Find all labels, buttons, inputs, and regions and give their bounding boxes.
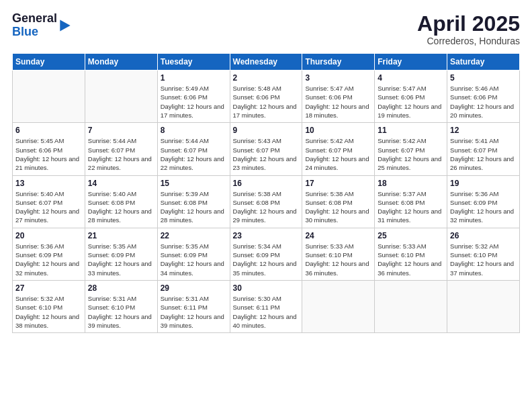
calendar-week-row: 27Sunrise: 5:32 AMSunset: 6:10 PMDayligh…: [13, 280, 520, 332]
day-info: Sunrise: 5:36 AMSunset: 6:09 PMDaylight:…: [450, 189, 517, 225]
day-info: Sunrise: 5:43 AMSunset: 6:07 PMDaylight:…: [233, 136, 300, 172]
calendar-day-cell: 11Sunrise: 5:42 AMSunset: 6:07 PMDayligh…: [375, 123, 447, 175]
weekday-header: Sunday: [13, 54, 85, 71]
weekday-header: Tuesday: [157, 54, 230, 71]
day-number: 22: [161, 231, 227, 240]
day-number: 16: [233, 179, 300, 188]
day-info: Sunrise: 5:38 AMSunset: 6:08 PMDaylight:…: [233, 189, 300, 225]
logo-general-text: General: [12, 12, 57, 26]
day-number: 15: [161, 179, 227, 188]
calendar-day-cell: 24Sunrise: 5:33 AMSunset: 6:10 PMDayligh…: [302, 228, 375, 280]
calendar-day-cell: 5Sunrise: 5:46 AMSunset: 6:06 PMDaylight…: [447, 71, 520, 123]
day-info: Sunrise: 5:32 AMSunset: 6:10 PMDaylight:…: [15, 294, 82, 330]
calendar-day-cell: 9Sunrise: 5:43 AMSunset: 6:07 PMDaylight…: [230, 123, 302, 175]
logo-blue-text: Blue: [12, 26, 57, 39]
day-info: Sunrise: 5:47 AMSunset: 6:06 PMDaylight:…: [378, 84, 444, 120]
day-number: 1: [161, 73, 227, 83]
weekday-header: Monday: [85, 54, 157, 71]
day-number: 30: [233, 283, 300, 293]
day-info: Sunrise: 5:42 AMSunset: 6:07 PMDaylight:…: [305, 136, 371, 172]
svg-marker-0: [60, 19, 70, 31]
calendar-day-cell: 20Sunrise: 5:36 AMSunset: 6:09 PMDayligh…: [13, 228, 85, 280]
day-info: Sunrise: 5:35 AMSunset: 6:09 PMDaylight:…: [161, 242, 227, 277]
day-info: Sunrise: 5:31 AMSunset: 6:10 PMDaylight:…: [88, 294, 154, 330]
calendar-day-cell: 27Sunrise: 5:32 AMSunset: 6:10 PMDayligh…: [13, 280, 85, 332]
day-info: Sunrise: 5:46 AMSunset: 6:06 PMDaylight:…: [450, 84, 517, 120]
day-number: 24: [305, 231, 371, 240]
day-number: 6: [15, 126, 82, 135]
day-number: 5: [450, 73, 517, 83]
day-number: 8: [161, 126, 227, 135]
day-number: 21: [88, 231, 154, 240]
day-number: 18: [378, 179, 444, 188]
calendar-week-row: 1Sunrise: 5:49 AMSunset: 6:06 PMDaylight…: [13, 71, 520, 123]
day-number: 7: [88, 126, 154, 135]
day-info: Sunrise: 5:33 AMSunset: 6:10 PMDaylight:…: [378, 242, 444, 277]
calendar-day-cell: 15Sunrise: 5:39 AMSunset: 6:08 PMDayligh…: [157, 175, 230, 228]
calendar-day-cell: 10Sunrise: 5:42 AMSunset: 6:07 PMDayligh…: [302, 123, 375, 175]
calendar-day-cell: [447, 280, 520, 332]
calendar-day-cell: [302, 280, 375, 332]
calendar-day-cell: 12Sunrise: 5:41 AMSunset: 6:07 PMDayligh…: [447, 123, 520, 175]
calendar-day-cell: 16Sunrise: 5:38 AMSunset: 6:08 PMDayligh…: [230, 175, 302, 228]
day-info: Sunrise: 5:35 AMSunset: 6:09 PMDaylight:…: [88, 242, 154, 277]
day-number: 25: [378, 231, 444, 240]
calendar-day-cell: 13Sunrise: 5:40 AMSunset: 6:07 PMDayligh…: [13, 175, 85, 228]
title-block: April 2025 Correderos, Honduras: [417, 12, 520, 46]
calendar-day-cell: [375, 280, 447, 332]
header: General Blue April 2025 Correderos, Hond…: [12, 12, 520, 46]
day-number: 2: [233, 73, 300, 83]
weekday-header: Friday: [375, 54, 447, 71]
calendar-day-cell: 3Sunrise: 5:47 AMSunset: 6:06 PMDaylight…: [302, 71, 375, 123]
calendar-day-cell: 1Sunrise: 5:49 AMSunset: 6:06 PMDaylight…: [157, 71, 230, 123]
day-number: 26: [450, 231, 517, 240]
calendar-table: SundayMondayTuesdayWednesdayThursdayFrid…: [12, 53, 520, 333]
day-info: Sunrise: 5:37 AMSunset: 6:08 PMDaylight:…: [378, 189, 444, 225]
day-number: 9: [233, 126, 300, 135]
day-number: 14: [88, 179, 154, 188]
day-info: Sunrise: 5:42 AMSunset: 6:07 PMDaylight:…: [378, 136, 444, 172]
page: General Blue April 2025 Correderos, Hond…: [0, 0, 532, 411]
day-number: 29: [161, 283, 227, 293]
day-info: Sunrise: 5:33 AMSunset: 6:10 PMDaylight:…: [305, 242, 371, 277]
calendar-day-cell: 25Sunrise: 5:33 AMSunset: 6:10 PMDayligh…: [375, 228, 447, 280]
day-number: 13: [15, 179, 82, 188]
calendar-subtitle: Correderos, Honduras: [417, 36, 520, 46]
calendar-day-cell: 23Sunrise: 5:34 AMSunset: 6:09 PMDayligh…: [230, 228, 302, 280]
day-info: Sunrise: 5:39 AMSunset: 6:08 PMDaylight:…: [161, 189, 227, 225]
calendar-day-cell: 22Sunrise: 5:35 AMSunset: 6:09 PMDayligh…: [157, 228, 230, 280]
day-info: Sunrise: 5:31 AMSunset: 6:11 PMDaylight:…: [161, 294, 227, 330]
day-info: Sunrise: 5:36 AMSunset: 6:09 PMDaylight:…: [15, 242, 82, 277]
calendar-day-cell: 7Sunrise: 5:44 AMSunset: 6:07 PMDaylight…: [85, 123, 157, 175]
calendar-day-cell: [13, 71, 85, 123]
day-number: 3: [305, 73, 371, 83]
calendar-day-cell: 4Sunrise: 5:47 AMSunset: 6:06 PMDaylight…: [375, 71, 447, 123]
calendar-day-cell: [85, 71, 157, 123]
day-info: Sunrise: 5:41 AMSunset: 6:07 PMDaylight:…: [450, 136, 517, 172]
day-info: Sunrise: 5:30 AMSunset: 6:11 PMDaylight:…: [233, 294, 300, 330]
day-number: 12: [450, 126, 517, 135]
weekday-header: Saturday: [447, 54, 520, 71]
calendar-day-cell: 28Sunrise: 5:31 AMSunset: 6:10 PMDayligh…: [85, 280, 157, 332]
calendar-day-cell: 6Sunrise: 5:45 AMSunset: 6:06 PMDaylight…: [13, 123, 85, 175]
calendar-day-cell: 29Sunrise: 5:31 AMSunset: 6:11 PMDayligh…: [157, 280, 230, 332]
day-number: 28: [88, 283, 154, 293]
calendar-week-row: 20Sunrise: 5:36 AMSunset: 6:09 PMDayligh…: [13, 228, 520, 280]
calendar-header-row: SundayMondayTuesdayWednesdayThursdayFrid…: [13, 54, 520, 71]
calendar-day-cell: 30Sunrise: 5:30 AMSunset: 6:11 PMDayligh…: [230, 280, 302, 332]
calendar-week-row: 6Sunrise: 5:45 AMSunset: 6:06 PMDaylight…: [13, 123, 520, 175]
day-number: 11: [378, 126, 444, 135]
day-info: Sunrise: 5:44 AMSunset: 6:07 PMDaylight:…: [88, 136, 154, 172]
calendar-day-cell: 17Sunrise: 5:38 AMSunset: 6:08 PMDayligh…: [302, 175, 375, 228]
day-number: 10: [305, 126, 371, 135]
calendar-day-cell: 26Sunrise: 5:32 AMSunset: 6:10 PMDayligh…: [447, 228, 520, 280]
day-info: Sunrise: 5:49 AMSunset: 6:06 PMDaylight:…: [161, 84, 227, 120]
day-info: Sunrise: 5:44 AMSunset: 6:07 PMDaylight:…: [161, 136, 227, 172]
weekday-header: Thursday: [302, 54, 375, 71]
day-number: 4: [378, 73, 444, 83]
day-number: 17: [305, 179, 371, 188]
calendar-day-cell: 2Sunrise: 5:48 AMSunset: 6:06 PMDaylight…: [230, 71, 302, 123]
logo-icon: [58, 17, 72, 34]
calendar-week-row: 13Sunrise: 5:40 AMSunset: 6:07 PMDayligh…: [13, 175, 520, 228]
logo: General Blue: [12, 12, 72, 39]
